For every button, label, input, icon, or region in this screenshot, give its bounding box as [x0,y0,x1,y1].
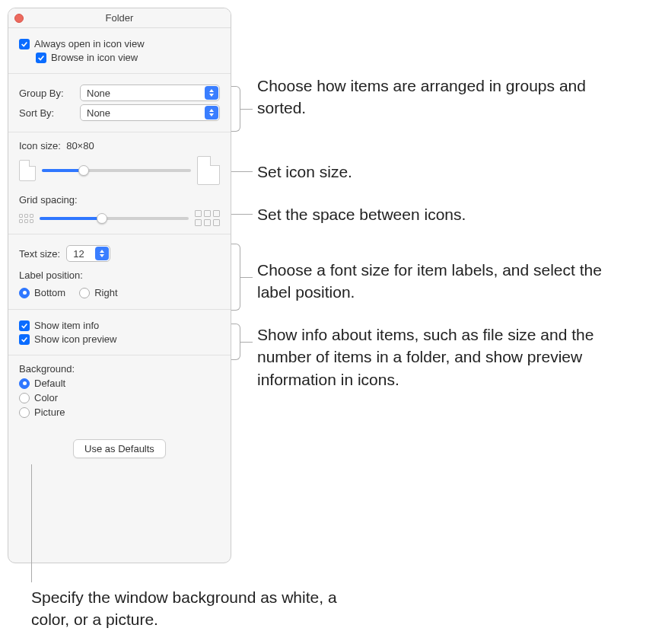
always-open-icon-row[interactable]: Always open in icon view [19,38,220,49]
callout-grouping: Choose how items are arranged in groups … [257,75,622,120]
show-item-info-row[interactable]: Show item info [19,320,220,331]
section-background: Background: Default Color Picture [8,355,231,429]
browse-icon-label: Browse in icon view [51,52,138,63]
file-large-icon [197,156,220,185]
checkbox-checked-icon [19,334,30,345]
section-grouping: Group By: None Sort By: None [8,74,231,132]
callout-grid-spacing: Set the space between icons. [257,203,466,225]
callout-info: Show info about items, such as file size… [257,324,634,391]
always-open-icon-label: Always open in icon view [34,38,145,49]
callout-leader [240,109,253,110]
group-by-value: None [87,88,110,99]
callout-background: Specify the window background as white, … [31,586,366,631]
callout-bracket [231,244,240,311]
sort-by-label: Sort By: [19,107,72,119]
background-label: Background: [19,363,220,375]
callout-leader [31,464,32,582]
section-text: Text size: 12 Label position: Bottom Rig… [8,234,231,310]
window-title: Folder [106,12,134,24]
text-size-label: Text size: [19,248,60,260]
defaults-row: Use as Defaults [8,429,231,473]
callout-leader [240,277,253,278]
icon-size-label: Icon size: 80×80 [19,140,220,151]
radio-checked-icon [19,288,30,298]
icon-size-slider[interactable] [42,169,191,172]
section-sizes: Icon size: 80×80 Grid spacing: [8,132,231,234]
section-view-mode: Always open in icon view Browse in icon … [8,28,231,74]
group-by-label: Group By: [19,88,72,99]
radio-checked-icon [19,378,30,389]
callout-icon-size: Set icon size. [257,161,352,183]
text-size-value: 12 [73,248,84,260]
background-color[interactable]: Color [19,392,220,403]
callout-text: Choose a font size for item labels, and … [257,259,622,304]
slider-fill [42,169,84,172]
background-picture[interactable]: Picture [19,406,220,418]
grid-spacing-label: Grid spacing: [19,194,220,206]
callout-leader [231,171,253,172]
file-small-icon [19,160,36,181]
select-stepper-icon [205,86,218,100]
sort-by-value: None [87,107,110,119]
grid-loose-icon [195,210,220,226]
callout-bracket [231,324,240,360]
checkbox-checked-icon [36,53,46,63]
label-position-bottom[interactable]: Bottom [19,287,65,298]
close-window-button[interactable] [14,14,24,23]
grid-tight-icon [19,214,33,223]
label-position-right[interactable]: Right [79,287,117,298]
label-position-label: Label position: [19,269,220,281]
slider-thumb[interactable] [78,165,89,176]
slider-thumb[interactable] [97,213,107,224]
show-icon-preview-row[interactable]: Show icon preview [19,333,220,345]
callout-leader [231,214,253,215]
checkbox-checked-icon [19,320,30,331]
callout-leader [240,342,253,343]
browse-icon-row[interactable]: Browse in icon view [36,52,220,63]
view-options-panel: Folder Always open in icon view Browse i… [8,8,231,563]
sort-by-select[interactable]: None [80,104,220,121]
background-default[interactable]: Default [19,378,220,389]
slider-fill [40,217,102,220]
grid-spacing-slider[interactable] [40,217,189,220]
select-stepper-icon [95,247,109,260]
select-stepper-icon [205,106,218,120]
group-by-select[interactable]: None [80,84,220,101]
radio-unchecked-icon [79,288,90,298]
use-as-defaults-button[interactable]: Use as Defaults [73,439,166,458]
callout-bracket [231,86,240,132]
text-size-select[interactable]: 12 [66,245,110,262]
section-info: Show item info Show icon preview [8,310,231,355]
titlebar: Folder [8,8,231,28]
checkbox-checked-icon [19,39,30,49]
radio-unchecked-icon [19,393,30,403]
radio-unchecked-icon [19,407,30,418]
